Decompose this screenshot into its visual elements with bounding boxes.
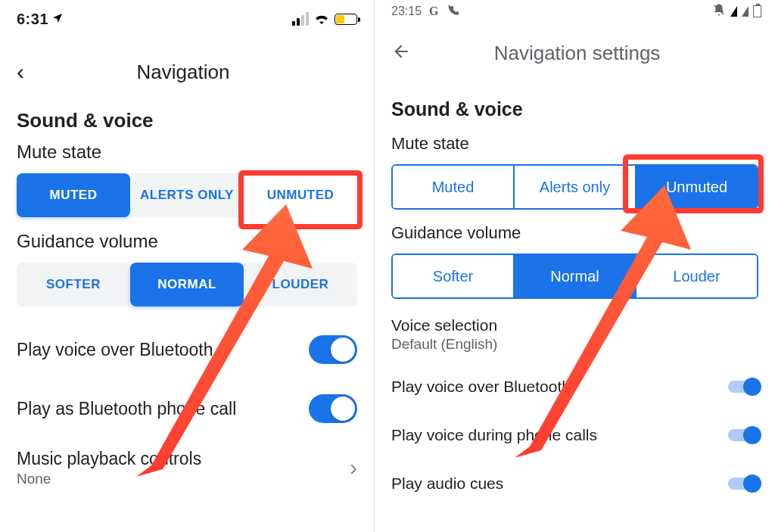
volume-option-softer[interactable]: Softer [393, 255, 513, 297]
phone-icon [447, 4, 459, 19]
row-play-voice-bluetooth[interactable]: Play voice over Bluetooth [391, 362, 758, 411]
switch-bluetooth-voice[interactable] [728, 381, 758, 393]
cellular-icon [292, 12, 309, 26]
volume-option-normal[interactable]: Normal [513, 255, 635, 297]
guidance-volume-segmented: SOFTER NORMAL LOUDER [17, 263, 357, 306]
row-play-during-calls[interactable]: Play voice during phone calls [391, 411, 758, 459]
row-label: Play audio cues [391, 474, 503, 493]
android-screenshot: 23:15 G Navigation settings Sound & voic… [375, 0, 775, 532]
row-music-playback[interactable]: Music playback controls None › [17, 438, 357, 497]
battery-icon [753, 5, 761, 17]
mute-state-label: Mute state [391, 134, 758, 154]
volume-option-louder[interactable]: LOUDER [244, 263, 357, 306]
mute-state-segmented: Muted Alerts only Unmuted [391, 164, 758, 210]
android-header: Navigation settings [375, 23, 775, 83]
signal-icon-2 [742, 6, 749, 17]
status-time: 23:15 [391, 5, 422, 18]
volume-option-normal[interactable]: NORMAL [130, 263, 244, 306]
volume-option-softer[interactable]: SOFTER [17, 263, 130, 306]
ios-screenshot: 6:31 ‹ Navigation Sound & voice Mute sta… [0, 0, 375, 532]
row-voice-selection[interactable]: Voice selection Default (English) [391, 306, 758, 362]
row-label: Play as Bluetooth phone call [17, 399, 236, 419]
google-icon: G [429, 5, 438, 18]
row-label: Play voice during phone calls [391, 426, 597, 444]
mute-option-muted[interactable]: MUTED [17, 173, 130, 217]
page-title: Navigation settings [396, 42, 758, 65]
battery-icon [335, 14, 357, 25]
ios-header: ‹ Navigation [0, 45, 374, 98]
guidance-volume-label: Guidance volume [391, 223, 758, 243]
switch-audio-cues[interactable] [728, 478, 758, 490]
volume-option-louder[interactable]: Louder [635, 255, 757, 297]
mute-state-segmented: MUTED ALERTS ONLY UNMUTED [17, 173, 357, 217]
signal-icon [730, 6, 737, 17]
guidance-volume-label: Guidance volume [17, 231, 357, 252]
mute-option-muted[interactable]: Muted [393, 166, 513, 208]
status-time: 6:31 [17, 11, 48, 28]
mute-option-alerts-only[interactable]: ALERTS ONLY [130, 173, 244, 217]
section-title-sound-voice: Sound & voice [17, 109, 357, 132]
page-title: Navigation [9, 61, 357, 84]
row-play-as-bt-call[interactable]: Play as Bluetooth phone call [17, 379, 357, 438]
location-icon [51, 11, 64, 28]
section-title-sound-voice: Sound & voice [391, 98, 758, 120]
mute-icon [712, 3, 726, 20]
guidance-volume-segmented: Softer Normal Louder [391, 254, 758, 299]
row-play-voice-bluetooth[interactable]: Play voice over Bluetooth [17, 320, 357, 379]
row-play-audio-cues[interactable]: Play audio cues [391, 459, 758, 508]
row-label: Play voice over Bluetooth [17, 340, 213, 360]
mute-state-label: Mute state [17, 142, 357, 163]
wifi-icon [313, 11, 330, 28]
mute-option-alerts-only[interactable]: Alerts only [513, 166, 635, 208]
row-label: Voice selection [391, 316, 497, 334]
switch-bt-phone-call[interactable] [309, 394, 357, 423]
row-label: Play voice over Bluetooth [391, 378, 571, 396]
mute-option-unmuted[interactable]: Unmuted [635, 166, 757, 208]
row-sublabel: None [17, 471, 201, 487]
switch-during-calls[interactable] [728, 429, 758, 441]
ios-status-bar: 6:31 [0, 0, 374, 38]
switch-bluetooth-voice[interactable] [309, 335, 357, 364]
row-sublabel: Default (English) [391, 336, 497, 353]
android-status-bar: 23:15 G [375, 0, 775, 23]
chevron-right-icon: › [350, 455, 357, 481]
row-label: Music playback controls [17, 449, 201, 469]
mute-option-unmuted[interactable]: UNMUTED [244, 173, 357, 217]
